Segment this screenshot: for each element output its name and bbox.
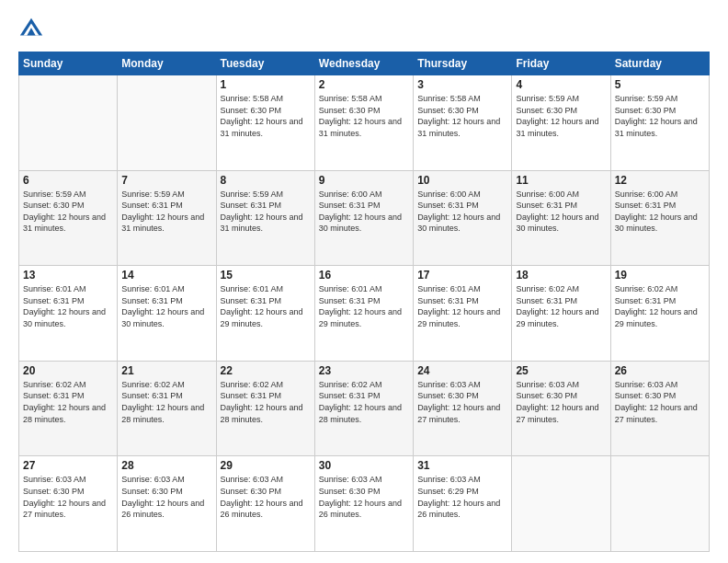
day-info: Sunrise: 6:01 AM Sunset: 6:31 PM Dayligh… (23, 283, 113, 329)
day-number: 1 (221, 78, 311, 91)
calendar-cell: 30Sunrise: 6:03 AM Sunset: 6:30 PM Dayli… (314, 456, 413, 552)
day-number: 22 (221, 364, 311, 377)
calendar-cell: 22Sunrise: 6:02 AM Sunset: 6:31 PM Dayli… (216, 361, 314, 456)
day-info: Sunrise: 6:02 AM Sunset: 6:31 PM Dayligh… (121, 379, 211, 425)
day-number: 31 (417, 459, 507, 472)
day-number: 7 (121, 174, 211, 187)
calendar-cell: 5Sunrise: 5:59 AM Sunset: 6:30 PM Daylig… (610, 75, 709, 171)
day-info: Sunrise: 6:03 AM Sunset: 6:30 PM Dayligh… (23, 474, 113, 520)
logo (18, 17, 48, 42)
day-number: 23 (319, 364, 409, 377)
day-number: 19 (615, 269, 705, 282)
calendar-cell: 13Sunrise: 6:01 AM Sunset: 6:31 PM Dayli… (19, 266, 118, 362)
week-row-1: 1Sunrise: 5:58 AM Sunset: 6:30 PM Daylig… (19, 75, 710, 171)
weekday-header-saturday: Saturday (610, 52, 709, 75)
day-number: 8 (221, 174, 311, 187)
calendar-cell: 23Sunrise: 6:02 AM Sunset: 6:31 PM Dayli… (314, 361, 413, 456)
calendar-page: SundayMondayTuesdayWednesdayThursdayFrid… (0, 0, 728, 563)
day-info: Sunrise: 6:02 AM Sunset: 6:31 PM Dayligh… (221, 379, 311, 425)
day-number: 14 (121, 269, 211, 282)
day-number: 26 (615, 364, 705, 377)
calendar-cell: 29Sunrise: 6:03 AM Sunset: 6:30 PM Dayli… (216, 456, 314, 552)
week-row-5: 27Sunrise: 6:03 AM Sunset: 6:30 PM Dayli… (19, 456, 710, 552)
week-row-4: 20Sunrise: 6:02 AM Sunset: 6:31 PM Dayli… (19, 361, 710, 456)
calendar-table: SundayMondayTuesdayWednesdayThursdayFrid… (18, 52, 710, 552)
day-number: 20 (23, 364, 113, 377)
day-number: 27 (23, 459, 113, 472)
day-number: 3 (417, 78, 507, 91)
calendar-cell: 28Sunrise: 6:03 AM Sunset: 6:30 PM Dayli… (118, 456, 216, 552)
calendar-cell (118, 75, 216, 171)
day-number: 25 (516, 364, 606, 377)
day-info: Sunrise: 5:59 AM Sunset: 6:30 PM Dayligh… (615, 93, 705, 139)
calendar-cell: 15Sunrise: 6:01 AM Sunset: 6:31 PM Dayli… (216, 266, 314, 362)
day-info: Sunrise: 6:03 AM Sunset: 6:30 PM Dayligh… (319, 474, 409, 520)
logo-icon (18, 17, 44, 42)
calendar-cell (610, 456, 709, 552)
weekday-header-friday: Friday (512, 52, 610, 75)
calendar-cell: 7Sunrise: 5:59 AM Sunset: 6:31 PM Daylig… (118, 170, 216, 266)
calendar-cell (19, 75, 118, 171)
day-number: 9 (319, 174, 409, 187)
day-info: Sunrise: 5:59 AM Sunset: 6:31 PM Dayligh… (121, 189, 211, 235)
day-number: 4 (516, 78, 606, 91)
calendar-cell: 6Sunrise: 5:59 AM Sunset: 6:30 PM Daylig… (19, 170, 118, 266)
day-number: 12 (615, 174, 705, 187)
day-info: Sunrise: 6:03 AM Sunset: 6:30 PM Dayligh… (516, 379, 606, 425)
calendar-cell: 3Sunrise: 5:58 AM Sunset: 6:30 PM Daylig… (414, 75, 512, 171)
day-info: Sunrise: 5:58 AM Sunset: 6:30 PM Dayligh… (417, 93, 507, 139)
day-info: Sunrise: 6:01 AM Sunset: 6:31 PM Dayligh… (319, 283, 409, 329)
day-info: Sunrise: 5:58 AM Sunset: 6:30 PM Dayligh… (319, 93, 409, 139)
day-info: Sunrise: 5:58 AM Sunset: 6:30 PM Dayligh… (221, 93, 311, 139)
day-number: 28 (121, 459, 211, 472)
day-info: Sunrise: 6:03 AM Sunset: 6:29 PM Dayligh… (417, 474, 507, 520)
calendar-cell: 18Sunrise: 6:02 AM Sunset: 6:31 PM Dayli… (512, 266, 610, 362)
day-number: 11 (516, 174, 606, 187)
calendar-cell: 19Sunrise: 6:02 AM Sunset: 6:31 PM Dayli… (610, 266, 709, 362)
day-info: Sunrise: 5:59 AM Sunset: 6:30 PM Dayligh… (516, 93, 606, 139)
calendar-cell: 12Sunrise: 6:00 AM Sunset: 6:31 PM Dayli… (610, 170, 709, 266)
day-number: 16 (319, 269, 409, 282)
weekday-header-thursday: Thursday (414, 52, 512, 75)
calendar-cell: 8Sunrise: 5:59 AM Sunset: 6:31 PM Daylig… (216, 170, 314, 266)
day-number: 5 (615, 78, 705, 91)
day-info: Sunrise: 6:02 AM Sunset: 6:31 PM Dayligh… (516, 283, 606, 329)
calendar-cell: 27Sunrise: 6:03 AM Sunset: 6:30 PM Dayli… (19, 456, 118, 552)
day-number: 24 (417, 364, 507, 377)
calendar-cell: 25Sunrise: 6:03 AM Sunset: 6:30 PM Dayli… (512, 361, 610, 456)
calendar-cell: 1Sunrise: 5:58 AM Sunset: 6:30 PM Daylig… (216, 75, 314, 171)
day-info: Sunrise: 6:01 AM Sunset: 6:31 PM Dayligh… (221, 283, 311, 329)
day-info: Sunrise: 6:03 AM Sunset: 6:30 PM Dayligh… (121, 474, 211, 520)
weekday-header-tuesday: Tuesday (216, 52, 314, 75)
day-info: Sunrise: 6:03 AM Sunset: 6:30 PM Dayligh… (615, 379, 705, 425)
calendar-cell: 10Sunrise: 6:00 AM Sunset: 6:31 PM Dayli… (414, 170, 512, 266)
weekday-header-monday: Monday (118, 52, 216, 75)
weekday-header-row: SundayMondayTuesdayWednesdayThursdayFrid… (19, 52, 710, 75)
day-number: 29 (221, 459, 311, 472)
day-info: Sunrise: 5:59 AM Sunset: 6:30 PM Dayligh… (23, 189, 113, 235)
calendar-cell: 16Sunrise: 6:01 AM Sunset: 6:31 PM Dayli… (314, 266, 413, 362)
calendar-cell: 14Sunrise: 6:01 AM Sunset: 6:31 PM Dayli… (118, 266, 216, 362)
day-info: Sunrise: 6:00 AM Sunset: 6:31 PM Dayligh… (319, 189, 409, 235)
calendar-cell: 21Sunrise: 6:02 AM Sunset: 6:31 PM Dayli… (118, 361, 216, 456)
calendar-cell: 11Sunrise: 6:00 AM Sunset: 6:31 PM Dayli… (512, 170, 610, 266)
calendar-cell: 17Sunrise: 6:01 AM Sunset: 6:31 PM Dayli… (414, 266, 512, 362)
weekday-header-sunday: Sunday (19, 52, 118, 75)
day-number: 18 (516, 269, 606, 282)
day-number: 10 (417, 174, 507, 187)
day-info: Sunrise: 6:01 AM Sunset: 6:31 PM Dayligh… (121, 283, 211, 329)
day-info: Sunrise: 6:00 AM Sunset: 6:31 PM Dayligh… (516, 189, 606, 235)
day-number: 13 (23, 269, 113, 282)
day-number: 21 (121, 364, 211, 377)
day-number: 2 (319, 78, 409, 91)
calendar-cell: 9Sunrise: 6:00 AM Sunset: 6:31 PM Daylig… (314, 170, 413, 266)
day-info: Sunrise: 6:03 AM Sunset: 6:30 PM Dayligh… (417, 379, 507, 425)
weekday-header-wednesday: Wednesday (314, 52, 413, 75)
calendar-cell: 31Sunrise: 6:03 AM Sunset: 6:29 PM Dayli… (414, 456, 512, 552)
week-row-3: 13Sunrise: 6:01 AM Sunset: 6:31 PM Dayli… (19, 266, 710, 362)
week-row-2: 6Sunrise: 5:59 AM Sunset: 6:30 PM Daylig… (19, 170, 710, 266)
calendar-cell: 2Sunrise: 5:58 AM Sunset: 6:30 PM Daylig… (314, 75, 413, 171)
day-number: 17 (417, 269, 507, 282)
calendar-cell: 26Sunrise: 6:03 AM Sunset: 6:30 PM Dayli… (610, 361, 709, 456)
day-info: Sunrise: 5:59 AM Sunset: 6:31 PM Dayligh… (221, 189, 311, 235)
